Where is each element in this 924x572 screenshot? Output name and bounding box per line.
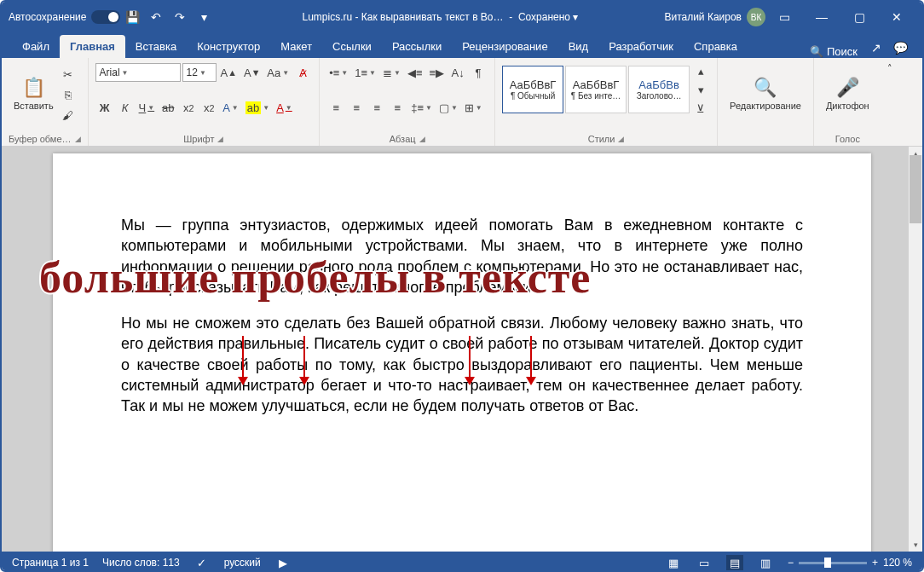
styles-more-icon[interactable]: ⊻ [691,99,710,118]
maximize-button[interactable]: ▢ [840,2,878,32]
focus-mode-icon[interactable]: ▦ [665,557,682,569]
save-icon[interactable]: 💾 [122,7,142,27]
zoom-slider[interactable] [799,562,867,564]
format-painter-button[interactable]: 🖌 [59,106,78,124]
align-center-button[interactable]: ≡ [347,99,366,118]
highlight-button[interactable]: ab▼ [243,99,272,118]
tab-references[interactable]: Ссылки [322,35,382,58]
scroll-thumb[interactable] [910,155,921,223]
show-marks-button[interactable]: ¶ [469,63,488,82]
font-size-select[interactable]: 12▼ [182,63,217,82]
superscript-button[interactable]: x2 [199,99,218,118]
change-case-button[interactable]: Aa▼ [264,63,292,82]
tab-file[interactable]: Файл [12,35,60,58]
line-spacing-button[interactable]: ‡≡▼ [408,99,435,118]
dictate-button[interactable]: 🎤 Диктофон [821,61,875,126]
multilevel-button[interactable]: ≣▼ [380,63,403,82]
window-title: Lumpics.ru - Как выравнивать текст в Во…… [216,11,664,23]
qat-dropdown-icon[interactable]: ▾ [193,7,214,27]
editing-button[interactable]: 🔍 Редактирование [725,61,806,126]
tab-help[interactable]: Справка [684,35,748,58]
shrink-font-button[interactable]: A▼ [241,63,263,82]
styles-group-label: Стили [588,134,615,144]
dialog-launcher-icon[interactable]: ◢ [75,135,81,143]
borders-button[interactable]: ⊞▼ [462,99,485,118]
clear-formatting-button[interactable]: A̷ [293,63,312,82]
comments-icon[interactable]: 💬 [890,38,910,58]
search-button[interactable]: 🔍 Поиск [803,45,864,58]
tab-review[interactable]: Рецензирование [452,35,557,58]
numbering-button[interactable]: 1≡▼ [352,63,378,82]
zoom-in-button[interactable]: + [872,557,878,569]
group-voice: 🎤 Диктофон Голос [814,58,881,146]
zoom-level[interactable]: 120 % [883,557,912,569]
tab-insert[interactable]: Вставка [125,35,187,58]
dialog-launcher-icon[interactable]: ◢ [419,135,425,143]
style-heading1[interactable]: АаБбВв Заголово… [628,66,690,113]
style-no-spacing[interactable]: АаБбВвГ ¶ Без инте… [565,66,627,113]
tab-mailings[interactable]: Рассылки [382,35,452,58]
spellcheck-icon[interactable]: ✓ [193,557,211,569]
group-styles: АаБбВвГ ¶ Обычный АаБбВвГ ¶ Без инте… Аа… [495,58,718,146]
web-layout-icon[interactable]: ▥ [757,557,774,569]
paragraph-2[interactable]: Но мы не сможем это сделать без Вашей об… [121,313,803,416]
font-color-button[interactable]: A▼ [274,99,295,118]
minimize-button[interactable]: ― [803,2,840,32]
shading-button[interactable]: ▢▼ [436,99,460,118]
bold-button[interactable]: Ж [95,99,114,118]
underline-button[interactable]: Ч▼ [136,99,158,118]
font-name-select[interactable]: Arial▼ [95,63,181,82]
decrease-indent-button[interactable]: ◀≡ [405,63,425,82]
group-font: Arial▼ 12▼ A▲ A▼ Aa▼ A̷ Ж К Ч▼ ab x2 x2 … [89,58,321,146]
styles-down-icon[interactable]: ▾ [691,80,710,99]
paragraph-1[interactable]: Мы — группа энтузиастов, одержимых идеей… [121,215,803,298]
align-left-button[interactable]: ≡ [326,99,345,118]
italic-button[interactable]: К [116,99,135,118]
page-indicator[interactable]: Страница 1 из 1 [12,557,89,569]
strike-button[interactable]: ab [159,99,177,118]
editing-label: Редактирование [730,101,801,111]
increase-indent-button[interactable]: ≡▶ [427,63,448,82]
tab-developer[interactable]: Разработчик [598,35,684,58]
cut-button[interactable]: ✂ [59,65,78,84]
undo-icon[interactable]: ↶ [146,7,166,27]
zoom-out-button[interactable]: − [788,557,794,569]
word-count[interactable]: Число слов: 113 [102,557,180,569]
language-indicator[interactable]: русский [224,557,261,569]
redo-icon[interactable]: ↷ [170,7,190,27]
scroll-down-icon[interactable]: ▾ [909,538,922,552]
page[interactable]: Мы — группа энтузиастов, одержимых идеей… [53,153,871,552]
zoom-control[interactable]: − + 120 % [788,557,912,569]
ribbon-options-icon[interactable]: ▭ [765,2,803,32]
autosave-label: Автосохранение [9,11,86,23]
styles-up-icon[interactable]: ▴ [691,61,710,80]
subscript-button[interactable]: x2 [179,99,198,118]
align-right-button[interactable]: ≡ [367,99,386,118]
toggle-icon[interactable] [91,10,120,24]
titlebar: Автосохранение 💾 ↶ ↷ ▾ Lumpics.ru - Как … [2,2,922,32]
share-icon[interactable]: ↗ [866,38,886,58]
styles-gallery-scroll[interactable]: ▴ ▾ ⊻ [691,61,710,118]
justify-button[interactable]: ≡ [388,99,407,118]
dialog-launcher-icon[interactable]: ◢ [217,135,223,143]
close-button[interactable]: ✕ [878,2,915,32]
read-mode-icon[interactable]: ▭ [696,557,713,569]
tab-layout[interactable]: Макет [270,35,322,58]
tab-design[interactable]: Конструктор [187,35,270,58]
collapse-ribbon-button[interactable]: ˄ [881,58,898,146]
print-layout-icon[interactable]: ▤ [726,555,743,571]
macro-icon[interactable]: ▶ [274,557,292,569]
autosave-toggle[interactable]: Автосохранение [9,10,120,24]
user-account[interactable]: Виталий Каиров ВК [664,8,765,26]
style-normal[interactable]: АаБбВвГ ¶ Обычный [502,66,563,113]
text-effects-button[interactable]: A▼ [220,99,241,118]
bullets-button[interactable]: •≡▼ [326,63,350,82]
sort-button[interactable]: A↓ [448,63,467,82]
dialog-launcher-icon[interactable]: ◢ [618,135,624,143]
vertical-scrollbar[interactable]: ▴ ▾ [909,147,922,552]
grow-font-button[interactable]: A▲ [218,63,240,82]
tab-view[interactable]: Вид [558,35,599,58]
paste-button[interactable]: 📋 Вставить [9,61,59,126]
copy-button[interactable]: ⎘ [59,85,78,104]
tab-home[interactable]: Главная [60,35,125,58]
